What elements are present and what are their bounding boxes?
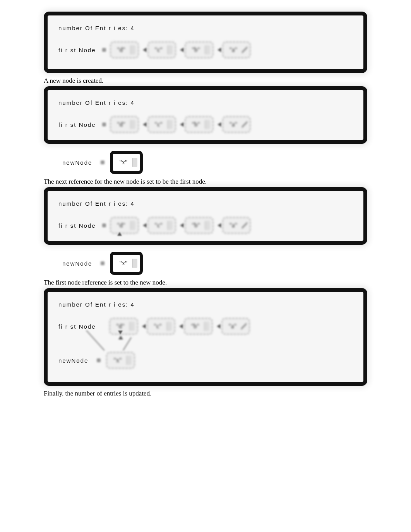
arrow-icon	[180, 48, 184, 52]
new-node-label: newNode	[62, 260, 92, 267]
node-value: "a"	[227, 222, 240, 229]
diagram-step-4: number Of Ent r i es: 4 fi r st Node "d"…	[0, 288, 411, 386]
new-node-row: newNode "x"	[44, 151, 367, 174]
node-value: "d"	[114, 323, 127, 330]
null-icon	[242, 44, 247, 56]
node-next-icon	[167, 221, 173, 230]
node-value: "b"	[190, 222, 202, 229]
node-next-icon	[167, 120, 173, 129]
arrow-icon	[217, 223, 221, 228]
node-a: "a"	[222, 116, 251, 133]
null-icon	[242, 119, 247, 130]
node-value: "b"	[190, 46, 202, 53]
node-next-icon	[130, 221, 135, 230]
node-b: "b"	[184, 318, 213, 335]
entries-label: number Of Ent r i es: 4	[58, 301, 353, 308]
pointer-icon	[102, 123, 106, 126]
diagram-step-2: number Of Ent r i es: 4 fi r st Node "d"…	[0, 86, 411, 174]
node-b: "b"	[185, 217, 214, 234]
node-value: "x"	[117, 260, 130, 267]
first-node-label: fi r st Node	[58, 323, 96, 330]
caption-2: The next reference for the new node is s…	[0, 178, 411, 186]
node-value: "a"	[227, 46, 240, 53]
arrow-icon	[118, 336, 123, 339]
node-next-icon	[126, 356, 132, 365]
node-value: "c"	[152, 121, 165, 128]
node-d: "d"	[110, 217, 139, 234]
node-c: "c"	[147, 116, 176, 133]
node-d: "d"	[110, 41, 139, 58]
arrow-icon	[142, 324, 146, 329]
node-x: "x"	[110, 252, 143, 275]
arrow-icon	[217, 122, 221, 127]
entries-label: number Of Ent r i es: 4	[58, 200, 353, 207]
node-value: "b"	[190, 121, 202, 128]
caption-1: A new node is created.	[0, 77, 411, 85]
first-node-label: fi r st Node	[58, 121, 96, 128]
pointer-icon	[97, 358, 101, 362]
list-box: number Of Ent r i es: 4 fi r st Node "d"…	[44, 288, 367, 386]
node-next-icon	[129, 322, 135, 331]
node-a: "a"	[222, 41, 251, 58]
node-c: "c"	[147, 217, 176, 234]
list-box: number Of Ent r i es: 4 fi r st Node "d"…	[44, 187, 367, 245]
list-box: number Of Ent r i es: 4 fi r st Node "d"…	[44, 12, 367, 73]
node-next-icon	[130, 120, 135, 129]
arrow-icon	[179, 324, 183, 329]
pointer-icon	[102, 48, 106, 52]
arrow-icon	[180, 122, 184, 127]
arrow-up-icon	[117, 232, 122, 236]
first-node-label: fi r st Node	[58, 222, 96, 229]
node-d: "d"	[110, 116, 139, 133]
pointer-icon	[101, 261, 104, 265]
node-next-icon	[132, 158, 137, 167]
diagram-step-3: number Of Ent r i es: 4 fi r st Node "d"…	[0, 187, 411, 275]
entries-label: number Of Ent r i es: 4	[58, 25, 353, 31]
chain-row: fi r st Node "d" "c" "b" "a"	[58, 217, 353, 234]
node-x: "x"	[110, 151, 143, 174]
node-a: "a"	[222, 217, 251, 234]
caption-4: Finally, the number of entries is update…	[0, 390, 411, 397]
node-b: "b"	[185, 116, 214, 133]
node-value: "a"	[226, 323, 239, 330]
node-value: "c"	[152, 46, 165, 53]
node-value: "c"	[152, 222, 165, 229]
node-value: "a"	[227, 121, 240, 128]
null-icon	[242, 220, 247, 231]
node-value: "d"	[115, 222, 128, 229]
new-node-label: newNode	[58, 357, 88, 364]
node-value: "x"	[111, 357, 124, 364]
node-a: "a"	[221, 318, 250, 335]
node-next-icon	[167, 45, 173, 55]
node-next-icon	[166, 322, 172, 331]
node-b: "b"	[185, 41, 214, 58]
null-icon	[241, 321, 247, 332]
node-value: "d"	[115, 46, 128, 53]
arrow-up-icon	[118, 331, 123, 334]
arrow-icon	[217, 324, 221, 329]
node-next-icon	[132, 259, 137, 268]
first-node-label: fi r st Node	[58, 47, 96, 53]
node-value: "b"	[189, 323, 202, 330]
chain-row: fi r st Node "d" "c" "b" "a"	[58, 116, 353, 133]
node-d: "d"	[109, 318, 138, 335]
pointer-icon	[101, 160, 104, 164]
node-x: "x"	[106, 352, 135, 369]
node-next-icon	[204, 322, 209, 331]
node-value: "d"	[115, 121, 128, 128]
new-node-row: newNode "x"	[58, 352, 353, 369]
node-next-icon	[205, 45, 210, 55]
node-value: "c"	[152, 323, 164, 330]
caption-3: The first node reference is set to the n…	[0, 279, 411, 286]
chain-row: fi r st Node "d" "c" "b" "a"	[58, 318, 353, 335]
node-next-icon	[205, 221, 210, 230]
node-c: "c"	[147, 41, 176, 58]
diagram-step-1: number Of Ent r i es: 4 fi r st Node "d"…	[0, 12, 411, 73]
arrow-icon	[217, 48, 221, 52]
arrow-icon	[143, 122, 147, 127]
arrow-icon	[143, 48, 147, 52]
entries-label: number Of Ent r i es: 4	[58, 99, 353, 106]
new-node-row: newNode "x"	[44, 252, 367, 275]
node-next-icon	[130, 45, 135, 55]
link-line	[123, 337, 132, 351]
